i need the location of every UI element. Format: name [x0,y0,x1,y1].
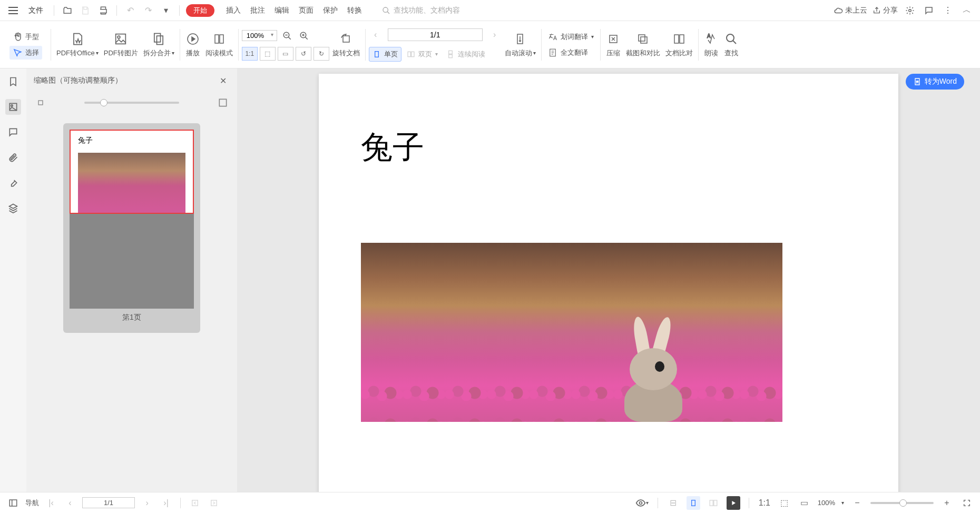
thumbnail-icon[interactable] [5,99,21,115]
full-translate[interactable]: 全文翻译 [545,46,597,60]
attachment-icon[interactable] [5,150,21,165]
chat-icon[interactable] [922,4,936,17]
find[interactable]: 查找 [722,29,741,60]
fit-width-status[interactable]: ⬚ [778,496,791,510]
tab-edit[interactable]: 编辑 [275,6,289,15]
double-page-mode[interactable]: 双页▾ [404,47,441,62]
svg-point-0 [383,7,388,12]
continuous-mode[interactable]: 连续阅读 [443,47,488,62]
presentation-icon[interactable] [727,496,740,510]
settings-icon[interactable] [903,4,917,17]
read-mode[interactable]: 阅读模式 [203,29,235,60]
double-view-icon[interactable] [707,496,720,510]
convert-to-word-badge[interactable]: 转为Word [906,74,964,90]
status-page-input[interactable]: 1/1 [82,497,135,508]
next-page-icon[interactable]: › [488,28,502,42]
save-icon[interactable] [79,4,92,17]
eye-icon[interactable]: ▾ [635,496,649,510]
zoom-in-icon[interactable] [297,29,311,43]
small-thumb-icon[interactable] [34,96,47,110]
redo-icon[interactable]: ↷ [141,4,155,17]
share-button[interactable]: 分享 [873,6,898,15]
hamburger-icon[interactable] [6,4,20,17]
compress[interactable]: 压缩 [604,29,623,60]
read-aloud[interactable]: A朗读 [702,29,721,60]
fit-page-icon[interactable]: ▭ [278,47,293,61]
pdf-to-image[interactable]: PDF转图片 [102,29,140,60]
share-icon [873,6,881,15]
undo-icon[interactable]: ↶ [123,4,137,17]
next-page-icon[interactable]: › [140,496,154,510]
print-icon[interactable] [96,4,110,17]
zoom-out-icon[interactable] [280,29,294,43]
fullscreen-icon[interactable] [960,496,974,510]
rotate-right-icon[interactable]: ↻ [313,47,329,61]
cloud-status[interactable]: 未上云 [834,6,867,15]
image-icon [113,32,128,46]
hand-tool[interactable]: 手型 [9,30,42,44]
auto-scroll[interactable]: 自动滚动▾ [503,29,538,60]
zoom-plus-icon[interactable]: + [940,496,954,510]
tab-annotate[interactable]: 批注 [250,6,265,15]
zoom-slider-handle[interactable] [899,499,907,507]
zoom-select[interactable]: 100% [242,30,277,41]
large-thumb-icon[interactable] [216,96,230,110]
tab-insert[interactable]: 插入 [226,6,241,15]
divider [541,29,542,61]
split-merge[interactable]: 拆分合并▾ [141,29,177,60]
start-tab[interactable]: 开始 [186,4,214,17]
word-translate[interactable]: 划词翻译▾ [545,30,597,44]
document-heading: 兔子 [361,126,856,169]
fit-11-status[interactable]: 1:1 [758,496,771,510]
divider [180,498,181,508]
thumbnail-title: 缩略图（可拖动调整顺序） [34,76,122,85]
layers-icon[interactable] [5,200,21,216]
scroll-icon [513,32,527,46]
svg-point-1 [909,9,912,12]
thumbnail-card[interactable]: 兔子 第1页 [63,123,200,333]
single-page-mode[interactable]: 单页 [369,47,401,62]
divider [365,29,366,61]
file-menu[interactable]: 文件 [24,4,47,17]
screenshot-compare[interactable]: 截图和对比 [624,29,662,60]
prev-page-icon[interactable]: ‹ [369,28,383,42]
comment-icon[interactable] [5,124,21,140]
fit-width-icon[interactable]: ⬚ [260,47,276,61]
bookmark-icon[interactable] [5,74,21,90]
hand-icon [13,32,22,42]
continuous-view-icon[interactable]: ⊟ [667,496,680,510]
last-page-icon[interactable]: ›| [159,496,173,510]
zoom-minus-icon[interactable]: − [850,496,864,510]
select-tool[interactable]: 选择 [9,46,42,60]
more-icon[interactable]: ⋮ [941,4,955,17]
page-input[interactable]: 1/1 [388,28,483,41]
pen-icon[interactable] [5,175,21,191]
dropdown-icon[interactable]: ▾ [159,4,173,17]
canvas-area[interactable]: 兔子 [237,68,980,492]
collapse-icon[interactable]: ︿ [960,4,974,17]
prev-page-icon[interactable]: ‹ [63,496,77,510]
pdf-to-office[interactable]: PDF转Office▾ [54,29,101,60]
search-box[interactable]: 查找功能、文档内容 [382,6,460,15]
svg-rect-21 [680,35,684,43]
zoom-slider[interactable] [870,502,934,504]
fit-page-status[interactable]: ▭ [798,496,811,510]
first-page-icon[interactable]: |‹ [44,496,58,510]
tab-page[interactable]: 页面 [299,6,313,15]
single-view-icon[interactable] [687,496,700,510]
thumb-size-slider[interactable] [84,102,179,104]
svg-rect-34 [714,500,717,506]
rotate-left-icon[interactable]: ↺ [296,47,311,61]
forward-icon[interactable] [207,496,221,510]
close-icon[interactable]: ✕ [216,74,230,87]
back-icon[interactable] [188,496,202,510]
rotate-doc[interactable]: 旋转文档 [330,29,362,60]
slider-handle[interactable] [100,99,107,106]
nav-toggle-icon[interactable] [6,496,20,510]
doc-compare[interactable]: 文档比对 [663,29,695,60]
play-button[interactable]: 播放 [183,29,202,60]
fit-11[interactable]: 1:1 [242,47,258,61]
tab-protect[interactable]: 保护 [323,6,338,15]
tab-convert[interactable]: 转换 [347,6,362,15]
open-icon[interactable] [61,4,74,17]
